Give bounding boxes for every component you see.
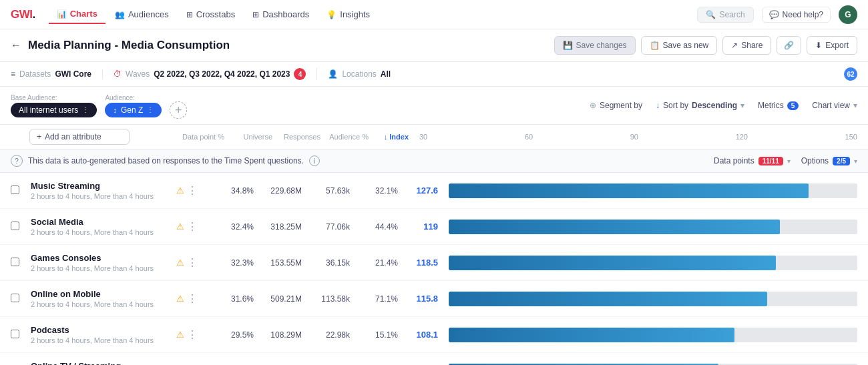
nav-items: 📊 Charts 👥 Audiences ⊞ Crosstabs ⊞ Dashb… — [49, 5, 697, 24]
warning-icon: ⚠ — [176, 222, 184, 232]
metric-responses: 113.58k — [307, 294, 355, 304]
data-points-control[interactable]: Data points 11/11 ▾ — [714, 156, 791, 165]
locations-badge: 62 — [844, 67, 857, 81]
info-bar: ? This data is auto-generated based on r… — [0, 149, 868, 173]
row-checkbox[interactable] — [11, 258, 27, 268]
export-icon: ⬇ — [815, 41, 822, 50]
table-header-row: + Add an attribute Data point % Universe… — [0, 125, 868, 149]
row-icons: ⚠ ⋮ — [176, 256, 206, 269]
data-table: Music Streaming 2 hours to 4 hours, More… — [0, 173, 868, 365]
header-actions: 💾 Save changes 📋 Save as new ↗ Share 🔗 ⬇… — [554, 36, 858, 55]
metric-universe: 229.68M — [259, 186, 307, 196]
waves-value: Q2 2022, Q3 2022, Q4 2022, Q1 2023 — [154, 69, 290, 79]
charts-icon: 📊 — [57, 9, 67, 19]
more-options-icon[interactable]: ⋮ — [187, 292, 198, 305]
save-as-icon: 📋 — [650, 41, 660, 50]
save-changes-button[interactable]: 💾 Save changes — [554, 36, 636, 55]
export-button[interactable]: ⬇ Export — [807, 36, 857, 55]
sort-chevron-icon: ▾ — [740, 101, 744, 110]
help-button[interactable]: 💬 Need help? — [762, 7, 831, 23]
data-points-badge: 11/11 — [758, 157, 783, 165]
options-control[interactable]: Options 2/5 ▾ — [801, 156, 857, 165]
row-name: Music Streaming — [31, 181, 171, 191]
metric-universe: 318.25M — [259, 222, 307, 232]
info-circle-icon-2[interactable]: i — [309, 155, 320, 166]
base-label: Base Audience: — [11, 94, 97, 101]
row-info: Online TV / Streaming 2 hours to 4 hours… — [31, 361, 171, 365]
waves-filter[interactable]: ⏱ Waves Q2 2022, Q3 2022, Q4 2022, Q1 20… — [103, 68, 317, 80]
row-info: Games Consoles 2 hours to 4 hours, More … — [31, 253, 171, 272]
metric-audience: 21.4% — [355, 258, 403, 268]
nav-right: 🔍 Search 💬 Need help? G — [697, 5, 857, 24]
nav-item-insights[interactable]: 💡 Insights — [318, 5, 378, 23]
audience-label: Audience: — [105, 94, 162, 101]
metric-data-point: 31.6% — [211, 294, 259, 304]
add-attribute-button[interactable]: + Add an attribute — [29, 129, 130, 145]
table-row: Online on Mobile 2 hours to 4 hours, Mor… — [0, 281, 868, 317]
audience-section: Audience: ↕ Gen Z ⋮ — [105, 94, 162, 117]
sort-value: Descending — [692, 101, 737, 110]
metric-universe: 108.29M — [259, 330, 307, 340]
col-responses: Responses — [278, 133, 326, 141]
bar-fill — [449, 256, 776, 270]
base-audience-chip[interactable]: All internet users ⋮ — [11, 103, 97, 117]
audience-chip[interactable]: ↕ Gen Z ⋮ — [105, 103, 162, 117]
sort-by-button[interactable]: ↓ Sort by Descending ▾ — [656, 101, 744, 110]
row-name: Online on Mobile — [31, 289, 171, 299]
metrics-button[interactable]: Metrics 5 — [758, 101, 799, 110]
row-metrics: 29.5% 108.29M 22.98k 15.1% 108.1 — [211, 330, 438, 340]
row-checkbox[interactable] — [11, 222, 27, 232]
audiences-icon: 👥 — [115, 10, 125, 19]
metric-universe: 153.55M — [259, 258, 307, 268]
segment-by-button[interactable]: ⊕ Segment by — [590, 101, 642, 110]
row-info: Online on Mobile 2 hours to 4 hours, Mor… — [31, 289, 171, 308]
link-button[interactable]: 🔗 — [777, 36, 801, 55]
nav-item-charts[interactable]: 📊 Charts — [49, 5, 105, 24]
locations-filter[interactable]: 👤 Locations All — [317, 69, 844, 79]
datasets-filter[interactable]: ≡ Datasets GWI Core — [11, 69, 103, 79]
add-audience-button[interactable]: + — [170, 101, 187, 119]
info-circle-icon: ? — [11, 155, 23, 167]
top-nav: GWI. 📊 Charts 👥 Audiences ⊞ Crosstabs ⊞ … — [0, 0, 868, 29]
audience-controls: ⊕ Segment by ↓ Sort by Descending ▾ Metr… — [590, 101, 857, 110]
logo[interactable]: GWI. — [11, 8, 35, 21]
crosstabs-icon: ⊞ — [186, 10, 193, 19]
datasets-icon: ≡ — [11, 69, 15, 79]
row-icons: ⚠ ⋮ — [176, 184, 206, 197]
more-options-icon[interactable]: ⋮ — [187, 220, 198, 233]
gen-z-menu-icon: ⋮ — [147, 106, 154, 113]
nav-item-dashboards[interactable]: ⊞ Dashboards — [244, 5, 317, 23]
warning-icon: ⚠ — [176, 258, 184, 268]
metric-index: 127.6 — [403, 186, 438, 196]
more-options-icon[interactable]: ⋮ — [187, 256, 198, 269]
metric-index: 115.8 — [403, 294, 438, 304]
metric-audience: 15.1% — [355, 330, 403, 340]
share-button[interactable]: ↗ Share — [722, 36, 771, 55]
row-checkbox[interactable] — [11, 330, 27, 340]
search-box[interactable]: 🔍 Search — [697, 7, 754, 23]
nav-item-audiences[interactable]: 👥 Audiences — [107, 5, 177, 23]
row-checkbox[interactable] — [11, 294, 27, 304]
datasets-label: Datasets — [19, 69, 51, 79]
row-checkbox[interactable] — [11, 186, 27, 196]
row-sub: 2 hours to 4 hours, More than 4 hours — [31, 300, 171, 308]
data-points-chevron: ▾ — [787, 157, 791, 165]
row-metrics: 32.3% 153.55M 36.15k 21.4% 118.5 — [211, 258, 438, 268]
row-name: Games Consoles — [31, 253, 171, 263]
warning-icon: ⚠ — [176, 294, 184, 304]
chart-view-button[interactable]: Chart view ▾ — [812, 101, 857, 110]
back-button[interactable]: ← — [11, 39, 21, 51]
page-header: ← Media Planning - Media Consumption 💾 S… — [0, 29, 868, 62]
bar-background — [449, 184, 857, 198]
save-as-new-button[interactable]: 📋 Save as new — [641, 36, 718, 55]
metric-data-point: 34.8% — [211, 186, 259, 196]
metric-responses: 57.63k — [307, 186, 355, 196]
options-label: Options — [801, 156, 829, 165]
metric-responses: 77.06k — [307, 222, 355, 232]
avatar[interactable]: G — [839, 5, 857, 24]
bar-fill — [449, 220, 780, 234]
more-options-icon[interactable]: ⋮ — [187, 184, 198, 197]
table-row: Games Consoles 2 hours to 4 hours, More … — [0, 245, 868, 281]
more-options-icon[interactable]: ⋮ — [187, 328, 198, 341]
nav-item-crosstabs[interactable]: ⊞ Crosstabs — [178, 5, 244, 23]
